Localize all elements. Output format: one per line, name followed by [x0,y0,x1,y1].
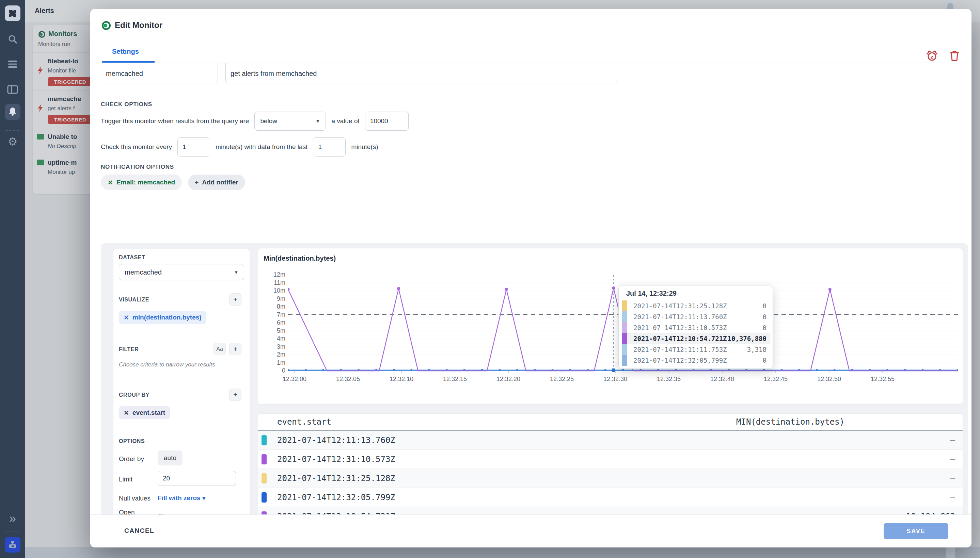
cancel-button[interactable]: CANCEL [124,527,154,535]
threshold-value-input[interactable] [365,112,408,131]
save-button[interactable]: SAVE [884,523,948,539]
open-intervals-label: Open intervals [119,508,150,514]
visualization-chip[interactable]: ✕ min(destination.bytes) [119,311,206,324]
monitor-description-input[interactable]: get alerts from memchached [226,63,617,84]
table-row[interactable]: 2021-07-14T12:31:10.573Z– [258,450,963,469]
table-row[interactable]: 2021-07-14T12:31:25.128Z– [258,469,963,488]
tab-settings[interactable]: Settings [102,48,149,56]
table-body: 2021-07-14T12:11:13.760Z–2021-07-14T12:3… [258,431,963,514]
remove-notifier-icon[interactable]: ✕ [108,179,113,187]
check-suffix-label: minute(s) [351,143,378,151]
results-table-card: event.start MIN(destination.bytes) 2021-… [258,414,963,514]
check-interval-input[interactable] [178,138,210,156]
null-values-dropdown[interactable]: Fill with zeros ▾ [158,494,205,502]
series-value: 3,318 [727,346,770,353]
plus-icon: + [195,179,199,186]
min-destination-bytes-cell: – [618,431,963,450]
y-axis-tick: 7m [277,311,285,318]
case-sensitivity-button[interactable]: Aa [214,343,226,355]
series-value: 0 [727,302,770,310]
table-row[interactable]: 2021-07-14T12:11:13.760Z– [258,431,963,450]
email-notifier-chip[interactable]: ✕ Email: memcached [101,174,182,190]
add-group-by-button[interactable]: + [229,389,241,401]
svg-text:z: z [931,54,933,59]
add-filter-button[interactable]: + [229,343,241,355]
y-axis-tick: 4m [277,335,285,342]
chart-tooltip: Jul 14, 12:32:29 2021-07-14T12:31:25.128… [618,285,773,369]
app-screen: Alerts Monitors Monitors run filebeat-lo… [0,0,980,558]
row-color-swatch [262,435,267,445]
tooltip-row: 2021-07-14T12:10:54.721Z10,376,880 [622,333,770,344]
event-start-cell: 2021-07-14T12:10:54.721Z [277,512,395,515]
series-color-swatch [622,333,627,344]
comparator-select[interactable]: below ▼ [254,112,326,131]
table-row[interactable]: 2021-07-14T12:10:54.721Z10,194,862 [258,507,963,514]
series-value: 10,376,880 [727,335,770,342]
y-axis-tick: 9m [277,295,285,302]
delete-monitor-trash-icon[interactable] [948,49,961,62]
table-row[interactable]: 2021-07-14T12:32:05.799Z– [258,488,963,507]
modal-title: Edit Monitor [115,20,162,30]
group-by-chip[interactable]: ✕ event.start [119,406,170,419]
limit-label: Limit [119,476,132,483]
add-visualization-button[interactable]: + [229,293,241,305]
tooltip-rows: 2021-07-14T12:31:25.128Z02021-07-14T12:1… [622,300,770,366]
limit-input[interactable] [158,471,236,486]
column-header-min-destination-bytes[interactable]: MIN(destination.bytes) [618,414,963,430]
series-label: 2021-07-14T12:11:13.760Z [633,313,727,320]
series-color-swatch [622,300,627,311]
modal-content: memcached get alerts from memchached CHE… [90,63,972,514]
modal-footer: CANCEL SAVE [90,514,972,547]
order-by-label: Order by [119,455,144,463]
app-logo[interactable] [0,5,25,21]
series-label: 2021-07-14T12:11:11.753Z [633,346,727,353]
filter-placeholder: Choose criteria to narrow your results [119,361,215,368]
column-header-event-start[interactable]: event.start [258,414,618,430]
x-axis-tick: 12:32:00 [283,376,306,383]
series-color-swatch [622,344,627,355]
min-destination-bytes-cell: 10,194,862 [618,507,963,514]
settings-gear-icon[interactable]: ⚙ [0,136,25,147]
remove-visualization-icon[interactable]: ✕ [124,314,129,322]
row-color-swatch [262,492,267,502]
collapse-rail-icon[interactable]: » [0,512,25,525]
search-icon[interactable] [0,34,25,44]
value-of-label: a value of [331,117,359,125]
row-color-swatch [262,454,267,464]
series-color-swatch [622,322,627,333]
dataset-label: DATASET [119,254,145,261]
y-axis-tick: 8m [277,303,285,310]
series-color-swatch [622,355,627,366]
check-middle-label: minute(s) with data from the last [216,143,308,151]
x-axis-tick: 12:32:05 [336,376,360,383]
edit-monitor-modal: Edit Monitor z Settings memcached get al… [90,9,972,547]
monitor-name-input[interactable]: memcached [101,63,218,84]
x-axis-tick: 12:32:50 [817,376,841,383]
order-by-value[interactable]: auto [158,450,183,466]
alerts-nav-item-active[interactable] [0,104,25,120]
min-destination-bytes-cell: – [618,488,963,507]
series-value: 0 [727,356,770,364]
chart-title: Min(destination.bytes) [264,254,336,262]
caret-down-icon: ▼ [234,270,238,275]
query-builder-panel: DATASET memcached ▼ VISUALIZE + ✕ min(de… [101,243,968,514]
y-axis-tick: 2m [277,351,285,358]
event-start-cell: 2021-07-14T12:31:25.128Z [277,474,395,483]
data-window-input[interactable] [313,138,346,156]
snooze-alarm-icon[interactable]: z [925,49,939,62]
chart-y-axis: 12m11m10m9m8m7m6m5m4m3m2m1m0 [258,275,285,371]
stream-icon[interactable] [0,60,25,69]
add-notifier-button[interactable]: + Add notifier [188,174,245,190]
intercom-chat-icon[interactable] [0,537,25,553]
x-axis-tick: 12:32:40 [710,376,734,383]
y-axis-tick: 11m [274,279,285,287]
x-axis-tick: 12:32:45 [764,376,787,383]
timeseries-chart-card: Min(destination.bytes) 12m11m10m9m8m7m6m… [258,248,963,405]
dashboards-icon[interactable] [0,85,25,94]
options-label: OPTIONS [119,438,145,444]
tooltip-row: 2021-07-14T12:11:11.753Z3,318 [622,344,770,355]
x-axis-tick: 12:32:35 [657,376,681,383]
dataset-select[interactable]: memcached ▼ [119,264,244,281]
remove-group-by-icon[interactable]: ✕ [124,409,129,417]
nav-rail: ⚙ » [0,0,25,558]
